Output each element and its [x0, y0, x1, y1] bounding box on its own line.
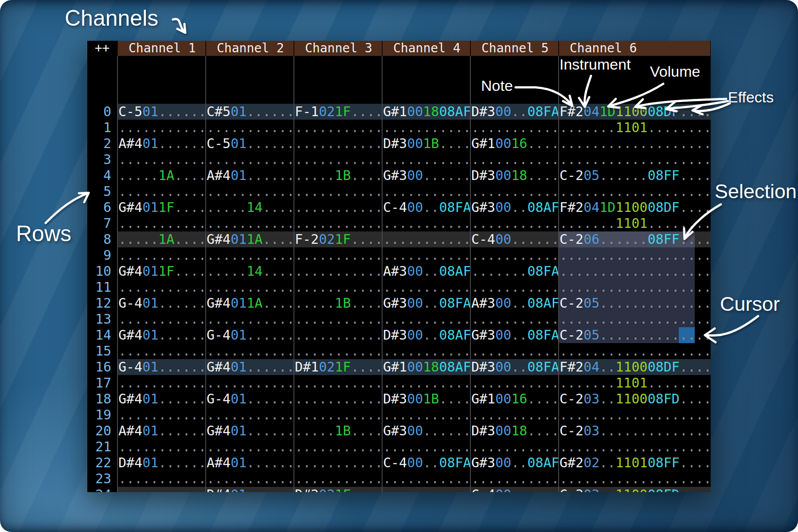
- pattern-cell-ch5[interactable]: ...........: [470, 407, 558, 423]
- pattern-cell-ch3[interactable]: .....1B....: [293, 295, 382, 311]
- pattern-cell-ch6[interactable]: ...................: [558, 439, 710, 455]
- pattern-cell-ch5[interactable]: G#300..08FA: [470, 327, 558, 343]
- pattern-cell-ch1[interactable]: ...........: [117, 487, 205, 492]
- pattern-cell-ch3[interactable]: ...........: [293, 311, 382, 327]
- pattern-cell-ch1[interactable]: ...........: [117, 279, 205, 295]
- pattern-cell-ch2[interactable]: ...........: [205, 407, 293, 423]
- pattern-cell-ch6[interactable]: ...................: [558, 136, 710, 152]
- pattern-cell-ch1[interactable]: ...........: [117, 471, 205, 487]
- pattern-cell-ch1[interactable]: ...........: [117, 375, 205, 391]
- pattern-cell-ch5[interactable]: ...........: [470, 343, 558, 359]
- pattern-cell-ch5[interactable]: G#10016....: [470, 136, 558, 152]
- pattern-cell-ch6[interactable]: .......1101........: [558, 120, 710, 136]
- pattern-cell-ch2[interactable]: A#401......: [205, 168, 293, 184]
- pattern-cell-ch4[interactable]: A#300..08AF: [382, 263, 470, 279]
- pattern-cell-ch3[interactable]: D#1021F....: [293, 359, 382, 375]
- pattern-cell-ch5[interactable]: C-400......: [470, 231, 558, 247]
- pattern-cell-ch2[interactable]: ...........: [205, 184, 293, 200]
- channel-header-5[interactable]: Channel 5: [470, 41, 558, 56]
- pattern-cell-ch3[interactable]: ...........: [293, 439, 382, 455]
- channel-header-1[interactable]: Channel 1: [117, 41, 205, 56]
- pattern-cell-ch4[interactable]: D#3001B....: [382, 136, 470, 152]
- pattern-cell-ch6[interactable]: C-303..110008FD....: [558, 487, 710, 492]
- pattern-cell-ch4[interactable]: G#300..08FA: [382, 295, 470, 311]
- pattern-cell-ch2[interactable]: ...........: [205, 152, 293, 168]
- pattern-cell-ch3[interactable]: ...........: [293, 391, 382, 407]
- pattern-cell-ch6[interactable]: .......1101........: [558, 215, 710, 231]
- pattern-cell-ch6[interactable]: C-203..............: [558, 423, 710, 439]
- pattern-cell-ch5[interactable]: ...........: [470, 215, 558, 231]
- pattern-cell-ch3[interactable]: ...........: [293, 455, 382, 471]
- channel-header-6[interactable]: Channel 6: [558, 41, 710, 56]
- add-channel-button[interactable]: ++: [87, 41, 117, 56]
- pattern-cell-ch2[interactable]: .....14....: [205, 200, 293, 215]
- pattern-cell-ch4[interactable]: G#300......: [382, 168, 470, 184]
- pattern-cell-ch1[interactable]: ...........: [117, 120, 205, 136]
- pattern-cell-ch4[interactable]: C-400..08FA: [382, 200, 470, 215]
- pattern-cell-ch3[interactable]: F-1021F....: [293, 104, 382, 120]
- pattern-cell-ch4[interactable]: ...........: [382, 215, 470, 231]
- pattern-cell-ch4[interactable]: ...........: [382, 439, 470, 455]
- pattern-cell-ch2[interactable]: G#4011A....: [205, 231, 293, 247]
- pattern-cell-ch5[interactable]: ...........: [470, 184, 558, 200]
- pattern-cell-ch5[interactable]: ...........: [470, 439, 558, 455]
- pattern-cell-ch3[interactable]: ...........: [293, 279, 382, 295]
- pattern-cell-ch4[interactable]: ...........: [382, 247, 470, 263]
- pattern-cell-ch4[interactable]: ...........: [382, 375, 470, 391]
- pattern-cell-ch4[interactable]: ...........: [382, 343, 470, 359]
- pattern-cell-ch2[interactable]: G#4011A....: [205, 295, 293, 311]
- pattern-cell-ch3[interactable]: ...........: [293, 136, 382, 152]
- pattern-cell-ch1[interactable]: D#401......: [117, 455, 205, 471]
- pattern-cell-ch3[interactable]: .....1B....: [293, 168, 382, 184]
- pattern-cell-ch6[interactable]: C-203..110008FD....: [558, 391, 710, 407]
- pattern-cell-ch4[interactable]: G#300......: [382, 423, 470, 439]
- pattern-cell-ch6[interactable]: F#204..110008DF....: [558, 359, 710, 375]
- pattern-cell-ch2[interactable]: C#501......: [205, 104, 293, 120]
- pattern-cell-ch1[interactable]: G#4011F....: [117, 263, 205, 279]
- pattern-cell-ch6[interactable]: C-205..............: [558, 295, 710, 311]
- pattern-cell-ch5[interactable]: G#10016....: [470, 391, 558, 407]
- pattern-cell-ch6[interactable]: C-205..............: [558, 327, 710, 343]
- pattern-cell-ch4[interactable]: ...........: [382, 311, 470, 327]
- pattern-cell-ch4[interactable]: ...........: [382, 471, 470, 487]
- pattern-cell-ch4[interactable]: ...........: [382, 279, 470, 295]
- pattern-cell-ch1[interactable]: G#4011F....: [117, 200, 205, 215]
- pattern-cell-ch1[interactable]: A#401......: [117, 136, 205, 152]
- pattern-cell-ch5[interactable]: G#300..08AF: [470, 200, 558, 215]
- channel-header-4[interactable]: Channel 4: [382, 41, 470, 56]
- pattern-cell-ch1[interactable]: .....1A....: [117, 168, 205, 184]
- pattern-cell-ch1[interactable]: G#401......: [117, 391, 205, 407]
- pattern-cell-ch6[interactable]: F#2041D110008DF....: [558, 200, 710, 215]
- pattern-cell-ch4[interactable]: ...........: [382, 407, 470, 423]
- pattern-cell-ch5[interactable]: D#300..08FA: [470, 359, 558, 375]
- pattern-cell-ch4[interactable]: G#1001808AF: [382, 104, 470, 120]
- pattern-cell-ch1[interactable]: ...........: [117, 152, 205, 168]
- pattern-cell-ch2[interactable]: ...........: [205, 247, 293, 263]
- pattern-cell-ch6[interactable]: ...................: [558, 407, 710, 423]
- pattern-cell-ch3[interactable]: ...........: [293, 263, 382, 279]
- pattern-cell-ch2[interactable]: C-501......: [205, 136, 293, 152]
- pattern-cell-ch3[interactable]: ...........: [293, 184, 382, 200]
- pattern-cell-ch5[interactable]: D#30018....: [470, 168, 558, 184]
- pattern-cell-ch1[interactable]: .....1A....: [117, 231, 205, 247]
- pattern-cell-ch2[interactable]: ...........: [205, 343, 293, 359]
- pattern-cell-ch5[interactable]: ...........: [470, 152, 558, 168]
- pattern-cell-ch6[interactable]: ...................: [558, 184, 710, 200]
- pattern-cell-ch1[interactable]: C-501......: [117, 104, 205, 120]
- pattern-cell-ch6[interactable]: G#202..110108FF....: [558, 455, 710, 471]
- pattern-cell-ch6[interactable]: ...................: [558, 343, 710, 359]
- pattern-cell-ch3[interactable]: ...........: [293, 215, 382, 231]
- pattern-cell-ch4[interactable]: G#1001808AF: [382, 359, 470, 375]
- pattern-cell-ch1[interactable]: ...........: [117, 343, 205, 359]
- pattern-cell-ch1[interactable]: G-401......: [117, 359, 205, 375]
- pattern-cell-ch4[interactable]: D#3001B....: [382, 391, 470, 407]
- pattern-cell-ch4[interactable]: C-400..08FA: [382, 455, 470, 471]
- pattern-cell-ch5[interactable]: ...........: [470, 471, 558, 487]
- pattern-cell-ch3[interactable]: ...........: [293, 471, 382, 487]
- pattern-cell-ch2[interactable]: ...........: [205, 120, 293, 136]
- pattern-cell-ch3[interactable]: ...........: [293, 247, 382, 263]
- pattern-cell-ch5[interactable]: .......08FA: [470, 263, 558, 279]
- pattern-cell-ch6[interactable]: ...................: [558, 311, 710, 327]
- pattern-cell-ch1[interactable]: ...........: [117, 439, 205, 455]
- pattern-cell-ch5[interactable]: ...........: [470, 311, 558, 327]
